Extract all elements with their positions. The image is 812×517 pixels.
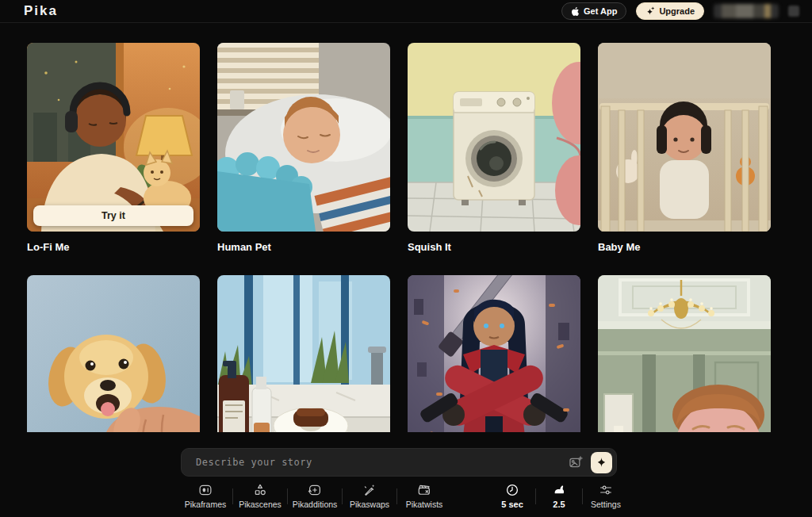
card-art-bathroom xyxy=(217,275,390,432)
pikadditions-icon xyxy=(308,483,322,497)
tab-pikascenes[interactable]: Pikascenes xyxy=(233,483,287,509)
card-art-sleeping-man xyxy=(217,43,390,232)
label-baby-me: Baby Me xyxy=(598,241,771,253)
card-art-man-chandelier-room xyxy=(598,275,771,432)
upgrade-button[interactable]: Upgrade xyxy=(636,2,704,20)
header-actions: Get App Upgrade xyxy=(561,2,799,20)
effects-row-1: Try it xyxy=(27,43,787,232)
pikaframes-icon xyxy=(198,483,213,497)
card-art-lofi-illustration xyxy=(27,43,200,232)
settings-button[interactable]: Settings xyxy=(583,483,629,509)
header: Pika Get App Upgrade xyxy=(0,0,812,23)
clock-icon xyxy=(505,483,519,497)
card-art-washing-machine xyxy=(408,43,580,232)
label-lofi-me: Lo-Fi Me xyxy=(27,241,200,253)
upgrade-label: Upgrade xyxy=(659,6,695,16)
effects-gallery: Try it xyxy=(27,43,787,432)
card-human-pet[interactable] xyxy=(217,43,390,232)
card-art-baby-crib xyxy=(598,43,771,232)
model-label: 2.5 xyxy=(553,500,565,509)
tab-pikatwists[interactable]: Pikatwists xyxy=(397,483,451,509)
sparkle-icon xyxy=(596,456,607,469)
sliders-icon xyxy=(599,483,613,497)
apple-icon xyxy=(571,7,580,16)
tab-pikaswaps[interactable]: Pikaswaps xyxy=(343,483,396,509)
get-app-button[interactable]: Get App xyxy=(561,2,626,20)
prompt-bar[interactable] xyxy=(181,448,617,477)
pikascenes-label: Pikascenes xyxy=(239,500,282,509)
card-bathroom[interactable] xyxy=(217,275,390,432)
bottom-bar: Pikaframes Pikascenes xyxy=(0,432,812,517)
mode-toolbar: Pikaframes Pikascenes xyxy=(178,483,629,509)
card-chandelier-selfie[interactable] xyxy=(598,275,771,432)
card-art-puppy xyxy=(27,275,200,432)
label-human-pet: Human Pet xyxy=(217,241,390,253)
duration-label: 5 sec xyxy=(501,500,523,509)
generate-button[interactable] xyxy=(591,452,612,473)
card-squish-it[interactable] xyxy=(408,43,580,232)
effects-row-2 xyxy=(27,275,787,432)
settings-group: 5 sec 2.5 xyxy=(489,483,629,509)
card-baby-me[interactable] xyxy=(598,43,771,232)
try-it-button[interactable]: Try it xyxy=(33,205,193,226)
settings-label: Settings xyxy=(591,500,621,509)
card-lofi-me[interactable]: Try it xyxy=(27,43,200,232)
label-squish-it: Squish It xyxy=(408,241,580,253)
get-app-label: Get App xyxy=(584,6,617,16)
pikatwists-label: Pikatwists xyxy=(406,500,443,509)
pikadditions-label: Pikadditions xyxy=(293,500,338,509)
duration-selector[interactable]: 5 sec xyxy=(489,483,535,509)
pika-logo: Pika xyxy=(24,3,58,19)
add-image-icon[interactable] xyxy=(569,455,584,470)
modes-group: Pikaframes Pikascenes xyxy=(178,483,451,509)
pikaswaps-label: Pikaswaps xyxy=(350,500,389,509)
tab-pikadditions[interactable]: Pikadditions xyxy=(288,483,342,509)
model-selector[interactable]: 2.5 xyxy=(536,483,582,509)
card-action-heroine[interactable] xyxy=(408,275,580,432)
pikaswaps-icon xyxy=(362,483,377,497)
pikaframes-label: Pikaframes xyxy=(185,500,227,509)
rabbit-icon xyxy=(551,483,567,497)
pikatwists-icon xyxy=(417,483,431,497)
card-puppy[interactable] xyxy=(27,275,200,432)
effects-labels-row: Lo-Fi Me Human Pet Squish It Baby Me xyxy=(27,232,787,275)
tab-pikaframes[interactable]: Pikaframes xyxy=(178,483,232,509)
card-art-red-jacket-woman xyxy=(408,275,580,432)
account-credits-blurred[interactable] xyxy=(714,4,779,18)
sparkle-plus-icon xyxy=(645,6,655,16)
prompt-input[interactable] xyxy=(194,456,569,469)
pikascenes-icon xyxy=(253,483,267,497)
account-avatar-blurred[interactable] xyxy=(788,6,799,17)
pika-app: Pika Get App Upgrade xyxy=(0,0,812,517)
